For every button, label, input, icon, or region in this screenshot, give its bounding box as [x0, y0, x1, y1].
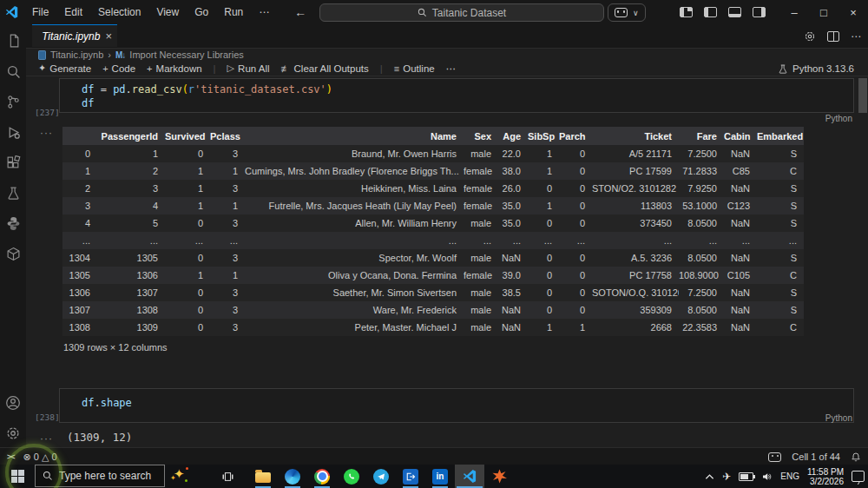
menu-edit[interactable]: Edit	[56, 0, 90, 24]
tray-expand-chevron-icon[interactable]	[705, 473, 714, 480]
testing-icon[interactable]	[0, 180, 26, 206]
table-cell: male	[464, 284, 498, 301]
table-cell: ...	[757, 232, 804, 249]
search-sidebar-icon[interactable]	[0, 58, 26, 84]
table-cell: 1308	[97, 301, 165, 319]
toggle-panel-icon[interactable]	[728, 7, 741, 17]
dataframe-table: PassengerIdSurvivedPclassNameSexAgeSibSp…	[62, 127, 804, 336]
table-cell: 1	[528, 319, 559, 336]
editor-more-actions-icon[interactable]: ⋯	[851, 30, 861, 43]
notifications-bell-icon[interactable]	[851, 452, 861, 463]
table-cell: 22.3583	[679, 319, 724, 336]
copilot-chip[interactable]: ∨	[608, 3, 646, 22]
table-cell: ...	[528, 232, 559, 249]
action-center-icon[interactable]	[852, 471, 865, 482]
windows-copilot-icon[interactable]: ✦✦	[170, 465, 193, 488]
taskbar-app-whatsapp[interactable]	[337, 465, 366, 488]
table-cell: Allen, Mr. William Henry	[245, 214, 464, 232]
problems-indicator[interactable]: ⊗ 0 △ 0	[23, 452, 57, 463]
copilot-icon	[615, 8, 628, 17]
code-cell-1[interactable]: df = pd.read_csv(r'titanic_dataset.csv')…	[59, 78, 854, 113]
split-editor-icon[interactable]	[827, 31, 839, 42]
clear-all-outputs-button[interactable]: ≢Clear All Outputs	[281, 63, 369, 74]
minimize-button[interactable]: –	[779, 0, 809, 24]
edge-icon	[285, 469, 300, 485]
cell-indicator[interactable]: Cell 1 of 44	[792, 452, 840, 462]
code-cell-1-code[interactable]: df = pd.read_csv(r'titanic_dataset.csv')…	[60, 79, 853, 110]
output-1-gutter-icon[interactable]: ···	[40, 127, 53, 139]
taskbar-app-matlab[interactable]	[484, 465, 514, 488]
command-center-search[interactable]: Taitanic Dataset	[319, 3, 604, 22]
run-all-button[interactable]: ▷Run All	[227, 63, 270, 74]
notebook-settings-gear-icon[interactable]	[804, 30, 816, 43]
settings-gear-icon[interactable]	[0, 420, 26, 446]
taskbar-app-vscode[interactable]	[455, 465, 484, 488]
cell-2-language-label: Python	[59, 413, 854, 423]
explorer-icon[interactable]	[0, 28, 26, 54]
keyboard-language[interactable]: ENG	[780, 472, 799, 481]
column-header: Embarked	[757, 127, 804, 145]
taskbar-search-input[interactable]: Type here to search	[35, 465, 165, 487]
start-button[interactable]	[0, 465, 35, 488]
breadcrumb-file[interactable]: Titanic.ipynb	[50, 49, 103, 60]
airplane-mode-icon[interactable]: ✈	[722, 471, 731, 483]
table-cell: 0	[528, 301, 559, 319]
table-cell: S	[757, 197, 804, 214]
table-cell: female	[464, 197, 498, 214]
table-cell: 3	[62, 197, 97, 214]
menu-[interactable]: ⋯	[251, 0, 277, 24]
tab-titanic-ipynb[interactable]: Titanic.ipynb ×	[32, 24, 117, 47]
kernel-picker[interactable]: Python 3.13.6	[778, 61, 854, 76]
menu-view[interactable]: View	[148, 0, 187, 24]
task-view-icon[interactable]	[215, 465, 240, 488]
windows-logo-icon	[11, 470, 24, 483]
copilot-status-icon[interactable]	[768, 452, 781, 462]
toggle-sidebar-icon[interactable]	[704, 7, 717, 17]
editor-scrollbar[interactable]	[858, 78, 867, 113]
taskbar-app-chrome[interactable]	[307, 465, 337, 488]
maximize-button[interactable]: □	[809, 0, 838, 24]
toggle-secondary-sidebar-icon[interactable]	[753, 7, 766, 17]
taskbar-app-edge[interactable]	[278, 465, 307, 488]
battery-icon[interactable]	[739, 472, 753, 481]
table-cell: ...	[592, 232, 679, 249]
notebook-toolbar: ✦Generate +Code +Markdown | ▷Run All ≢Cl…	[26, 61, 868, 76]
close-button[interactable]: ×	[838, 0, 868, 24]
table-cell: 3	[210, 145, 245, 162]
tab-close-icon[interactable]: ×	[105, 30, 112, 43]
cell-1-language-label: Python	[59, 114, 854, 123]
table-cell: ...	[679, 232, 724, 249]
accounts-icon[interactable]	[0, 390, 26, 416]
run-debug-icon[interactable]	[0, 119, 26, 145]
back-icon[interactable]: ←	[294, 5, 306, 19]
taskbar-app-linkedin[interactable]: in	[425, 465, 455, 488]
remote-indicator-icon[interactable]: ><	[7, 452, 15, 461]
output-2-gutter-icon[interactable]: ···	[40, 432, 53, 445]
menu-run[interactable]: Run	[216, 0, 251, 24]
code-line: df = pd.read_csv(r'titanic_dataset.csv')	[82, 82, 853, 96]
python-extension-icon[interactable]	[0, 210, 26, 236]
table-cell: NaN	[498, 249, 528, 267]
code-cell-2-code[interactable]: df.shape	[60, 389, 853, 410]
menu-selection[interactable]: Selection	[90, 0, 148, 24]
menu-file[interactable]: File	[24, 0, 56, 24]
volume-icon[interactable]	[761, 472, 773, 482]
taskbar-app-f[interactable]	[396, 465, 425, 488]
taskbar-clock[interactable]: 11:58 PM 3/2/2026	[807, 467, 844, 486]
toolbar-more-icon[interactable]: ⋯	[446, 63, 457, 75]
generate-button[interactable]: ✦Generate	[38, 63, 91, 74]
extensions-icon[interactable]	[0, 149, 26, 175]
outline-button[interactable]: ≡Outline	[394, 63, 435, 74]
container-box-icon[interactable]	[0, 241, 26, 267]
add-markdown-cell-button[interactable]: +Markdown	[147, 63, 202, 74]
source-control-icon[interactable]	[0, 89, 26, 115]
menu-go[interactable]: Go	[187, 0, 216, 24]
table-cell: ...	[498, 232, 528, 249]
breadcrumb-section[interactable]: Import Necessary Libraries	[129, 49, 243, 60]
taskbar-app-file-explorer[interactable]	[248, 465, 278, 488]
customize-layout-icon[interactable]	[680, 7, 693, 17]
add-code-cell-button[interactable]: +Code	[102, 63, 135, 74]
table-cell: 0	[559, 214, 592, 232]
taskbar-app-telegram[interactable]	[366, 465, 396, 488]
table-row: 2313Heikkinen, Miss. Lainafemale26.000ST…	[62, 180, 804, 197]
